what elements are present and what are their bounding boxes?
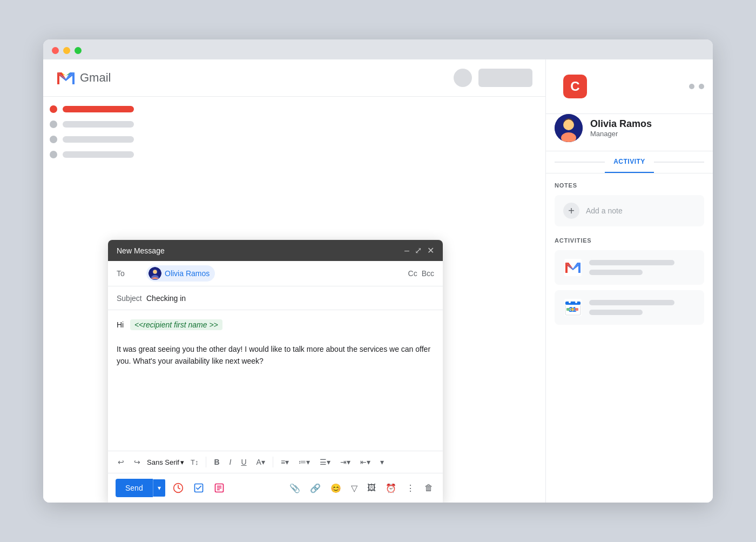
font-size-button[interactable]: T↕ (187, 456, 201, 469)
compose-header: New Message – ⤢ ✕ (108, 240, 443, 261)
gmail-header: Gmail (43, 59, 545, 97)
cc-label[interactable]: Cc (408, 269, 417, 278)
font-dropdown-icon: ▾ (180, 458, 184, 466)
to-label: To (117, 269, 146, 278)
crm-tab-activity[interactable]: ACTIVITY (605, 151, 654, 173)
subject-label: Subject (117, 294, 146, 303)
crm-brand-icon[interactable]: C (563, 75, 587, 98)
greeting-text: Hi (117, 320, 124, 329)
gmail-area: Gmail (43, 59, 545, 503)
sidebar-dot-1 (50, 105, 57, 113)
crm-notes-section: NOTES + Add a note (555, 182, 704, 226)
templates-button[interactable] (212, 480, 227, 496)
crm-contact-name: Olivia Ramos (590, 118, 652, 130)
crm-activity-gmail[interactable] (555, 250, 704, 285)
redo-button[interactable]: ↪ (131, 456, 144, 469)
crm-contact-info: Olivia Ramos Manager (590, 118, 652, 138)
minimize-icon[interactable]: – (404, 246, 409, 256)
schedule-send-button[interactable] (171, 480, 186, 496)
svg-point-14 (564, 120, 573, 130)
compose-cc-bcc: Cc Bcc (408, 269, 434, 278)
compose-window: New Message – ⤢ ✕ To (108, 240, 443, 503)
browser-window: Gmail (43, 39, 713, 503)
bold-button[interactable]: B (211, 456, 222, 469)
svg-rect-25 (566, 308, 570, 311)
sidebar-item-2[interactable] (50, 121, 134, 128)
attach-file-button[interactable]: 📎 (287, 481, 302, 496)
crm-tabs: ACTIVITY (546, 151, 713, 173)
svg-rect-21 (565, 302, 580, 305)
emoji-button[interactable]: 😊 (328, 481, 343, 496)
crm-tab-line-left (555, 162, 605, 163)
drive-button[interactable]: ▽ (349, 481, 360, 496)
ordered-list-button[interactable]: ≔▾ (295, 456, 313, 469)
compose-message-body[interactable]: Hi <<recipient first name >> It was grea… (108, 310, 443, 451)
recipient-avatar (148, 267, 161, 280)
close-icon[interactable]: ✕ (427, 245, 434, 256)
subject-value[interactable]: Checking in (146, 294, 186, 303)
insert-photo-button[interactable]: 🖼 (365, 481, 378, 495)
crm-contact-profile: Olivia Ramos Manager (546, 114, 713, 151)
header-search-bar[interactable] (478, 69, 532, 87)
italic-button[interactable]: I (226, 456, 235, 469)
template-icon (214, 483, 225, 493)
more-formats-button[interactable]: ▾ (377, 456, 387, 469)
indent-button[interactable]: ⇥▾ (337, 456, 354, 469)
close-dot[interactable] (52, 47, 59, 54)
unordered-list-button[interactable]: ☰▾ (316, 456, 334, 469)
underline-button[interactable]: U (238, 456, 249, 469)
send-button[interactable]: Send (116, 479, 153, 497)
expand-icon[interactable]: ⤢ (415, 245, 422, 256)
crm-notes-title: NOTES (555, 182, 704, 189)
send-button-wrapper: Send ▾ (116, 479, 165, 497)
sidebar-item-4[interactable] (50, 151, 134, 158)
insert-time-button[interactable]: ⏰ (383, 481, 399, 496)
insert-link-button[interactable]: 🔗 (308, 481, 323, 496)
more-options-button[interactable]: ⋮ (404, 481, 417, 496)
crm-avatar-svg (555, 114, 583, 142)
gmail-header-controls (454, 69, 532, 87)
crm-activities-section: ACTIVITIES (555, 237, 704, 325)
align-button[interactable]: ≡▾ (278, 456, 292, 469)
text-color-button[interactable]: A▾ (253, 456, 268, 469)
header-avatar (454, 69, 472, 87)
toolbar-divider-2 (273, 457, 273, 467)
gmail-mini-icon (564, 259, 582, 276)
tasks-button[interactable] (191, 480, 206, 496)
crm-header-dots (689, 84, 704, 89)
crm-sidebar: C (545, 59, 713, 503)
gmail-activity-bars (589, 260, 696, 275)
outdent-button[interactable]: ⇤▾ (357, 456, 374, 469)
minimize-dot[interactable] (63, 47, 70, 54)
gmail-content: New Message – ⤢ ✕ To (43, 97, 545, 503)
undo-button[interactable]: ↩ (114, 456, 127, 469)
crm-add-note-box[interactable]: + Add a note (555, 195, 704, 226)
recipient-placeholder-tag: <<recipient first name >> (130, 319, 222, 330)
delete-button[interactable]: 🗑 (422, 481, 435, 495)
crm-body: NOTES + Add a note ACTIVITIES (546, 173, 713, 503)
toolbar-divider-1 (206, 457, 206, 467)
compose-header-icons: – ⤢ ✕ (404, 245, 434, 256)
compose-recipient-chip[interactable]: Olivia Ramos (146, 265, 215, 282)
sidebar-item-3[interactable] (50, 136, 134, 143)
send-dropdown-button[interactable]: ▾ (153, 479, 165, 497)
crm-activity-calendar[interactable]: 31 31 (555, 290, 704, 325)
font-family-select[interactable]: Sans Serif ▾ (147, 458, 184, 466)
compose-subject-field: Subject Checking in (108, 286, 443, 310)
checkmark-icon (193, 483, 204, 493)
gmail-logo: Gmail (56, 68, 111, 88)
sidebar-item-1[interactable] (50, 105, 134, 113)
compose-title: New Message (117, 246, 165, 255)
crm-brand-letter: C (570, 79, 579, 94)
font-family-value: Sans Serif (147, 458, 179, 466)
crm-tab-line-right (654, 162, 704, 163)
bcc-label[interactable]: Bcc (422, 269, 434, 278)
maximize-dot[interactable] (75, 47, 82, 54)
crm-header: C (546, 59, 713, 114)
crm-dot-1 (689, 84, 694, 89)
gmail-logo-text: Gmail (80, 71, 111, 85)
calendar-mini-icon: 31 31 (564, 299, 582, 316)
sidebar-bar-4 (63, 151, 134, 158)
activity-bar-short-2 (589, 310, 643, 315)
browser-titlebar (43, 39, 713, 59)
